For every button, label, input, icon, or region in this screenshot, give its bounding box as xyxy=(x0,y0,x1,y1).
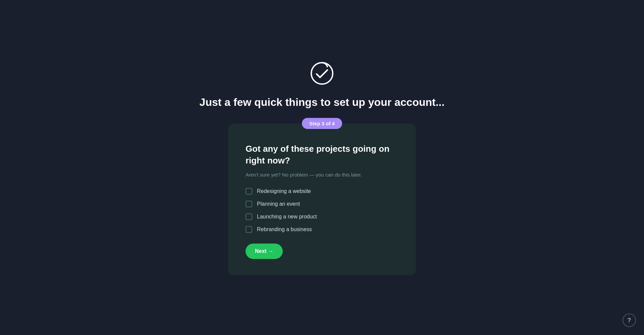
checkbox-item-event[interactable]: Planning an event xyxy=(246,201,398,207)
card-subheading: Aren't sure yet? No problem — you can do… xyxy=(246,171,398,179)
step-badge: Step 3 of 4 xyxy=(302,118,342,129)
checkbox-redesign[interactable] xyxy=(246,188,252,195)
checkbox-rebrand[interactable] xyxy=(246,226,252,233)
checkbox-label-product: Launching a new product xyxy=(257,214,317,220)
checkbox-event[interactable] xyxy=(246,201,252,207)
help-button[interactable]: ? xyxy=(623,314,636,327)
onboarding-card: Got any of these projects going on right… xyxy=(228,124,416,275)
checkbox-item-redesign[interactable]: Redesigning a website xyxy=(246,188,398,195)
card-heading: Got any of these projects going on right… xyxy=(246,143,398,166)
checkbox-label-redesign: Redesigning a website xyxy=(257,188,311,194)
checkbox-item-rebrand[interactable]: Rebranding a business xyxy=(246,226,398,233)
next-button[interactable]: Next → xyxy=(246,244,283,259)
app-logo xyxy=(309,60,335,87)
checkbox-label-event: Planning an event xyxy=(257,201,300,207)
checkbox-product[interactable] xyxy=(246,213,252,220)
page-title: Just a few quick things to set up your a… xyxy=(200,96,445,109)
page-wrapper: Just a few quick things to set up your a… xyxy=(0,60,644,275)
checkbox-list: Redesigning a website Planning an event … xyxy=(246,188,398,233)
checkbox-item-product[interactable]: Launching a new product xyxy=(246,213,398,220)
checkbox-label-rebrand: Rebranding a business xyxy=(257,226,312,232)
logo-container xyxy=(309,60,335,88)
